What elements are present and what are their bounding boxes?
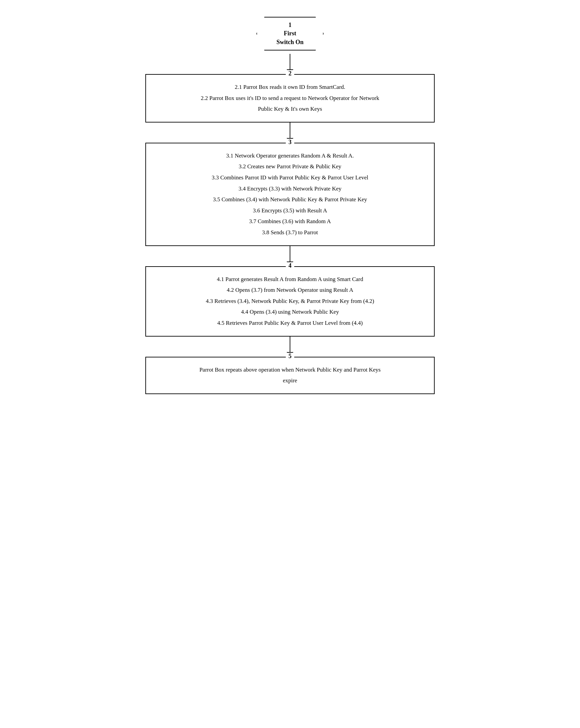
node5-content: Parrot Box repeats above operation when … [156, 365, 424, 386]
node1-number: 1 [289, 22, 292, 28]
node3-number: 3 [286, 139, 294, 146]
node5-number: 5 [286, 353, 294, 360]
node4-line5: 4.5 Retrieves Parrot Public Key & Parrot… [156, 318, 424, 329]
node4-number: 4 [286, 262, 294, 269]
node2-content: 2.1 Parrot Box reads it own ID from Smar… [156, 82, 424, 114]
hexagon-shape: 1 First Switch On [256, 17, 324, 51]
node2-box: 2 2.1 Parrot Box reads it own ID from Sm… [145, 74, 435, 123]
arrow-line [290, 337, 291, 352]
node3-box: 3 3.1 Network Operator generates Random … [145, 143, 435, 246]
node1-text: 1 First Switch On [276, 21, 304, 47]
node2-line2: 2.2 Parrot Box uses it's ID to send a re… [156, 93, 424, 104]
node2-line1: 2.1 Parrot Box reads it own ID from Smar… [156, 82, 424, 93]
node3-line1: 3.1 Network Operator generates Random A … [156, 151, 424, 161]
node3-line5: 3.5 Combines (3.4) with Network Public K… [156, 194, 424, 205]
arrow-line [290, 246, 291, 261]
node3-line7: 3.7 Combines (3.6) with Random A [156, 216, 424, 227]
node3-line3: 3.3 Combines Parrot ID with Parrot Publi… [156, 173, 424, 183]
node5-line1: Parrot Box repeats above operation when … [156, 365, 424, 375]
node1-line2: Switch On [276, 39, 304, 46]
node4-line2: 4.2 Opens (3.7) from Network Operator us… [156, 285, 424, 295]
node3-line6: 3.6 Encrypts (3.5) with Result A [156, 206, 424, 216]
node2-line3: Public Key & It's own Keys [156, 104, 424, 114]
node3-line2: 3.2 Creates new Parrot Private & Public … [156, 161, 424, 172]
arrow-line [290, 123, 291, 138]
node3-line4: 3.4 Encrypts (3.3) with Network Private … [156, 184, 424, 194]
node5-box: 5 Parrot Box repeats above operation whe… [145, 357, 435, 394]
node3-content: 3.1 Network Operator generates Random A … [156, 151, 424, 238]
node1-hexagon-container: 1 First Switch On [256, 14, 324, 54]
node3-line8: 3.8 Sends (3.7) to Parrot [156, 228, 424, 238]
node4-line4: 4.4 Opens (3.4) using Network Public Key [156, 307, 424, 317]
flowchart: 1 First Switch On 2 2.1 Parrot Box reads… [139, 14, 441, 394]
node5-line2: expire [156, 375, 424, 386]
node4-line1: 4.1 Parrot generates Result A from Rando… [156, 274, 424, 285]
node2-number: 2 [286, 70, 294, 77]
node4-line3: 4.3 Retrieves (3.4), Network Public Key,… [156, 296, 424, 307]
node1-line1: First [284, 30, 296, 37]
node4-box: 4 4.1 Parrot generates Result A from Ran… [145, 266, 435, 337]
arrow-line [290, 54, 291, 69]
node4-content: 4.1 Parrot generates Result A from Rando… [156, 274, 424, 329]
node1-hexagon: 1 First Switch On [256, 14, 324, 54]
